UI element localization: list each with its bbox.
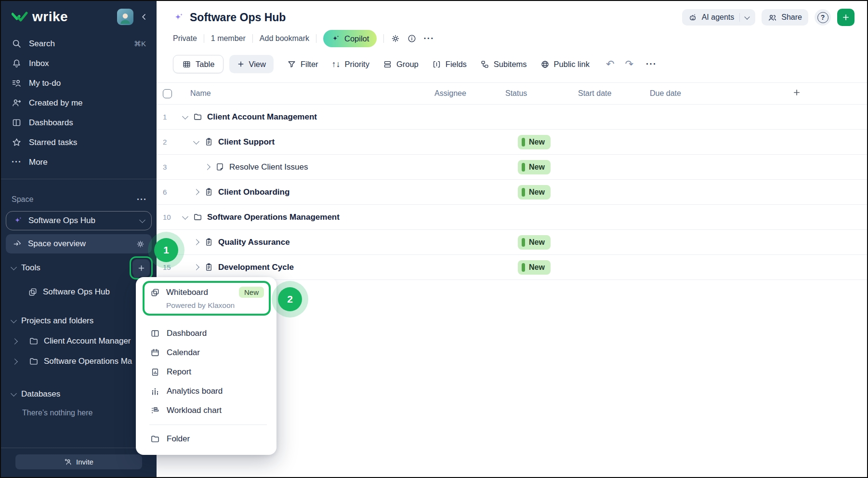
menu-item-dashboard[interactable]: Dashboard bbox=[136, 324, 276, 343]
chevron-down-icon bbox=[11, 264, 17, 270]
menu-item-analytics-board[interactable]: Analytics board bbox=[136, 382, 276, 401]
create-new-button[interactable] bbox=[837, 9, 855, 26]
menu-item-report[interactable]: Report bbox=[136, 362, 276, 382]
filter-button[interactable]: Filter bbox=[287, 60, 318, 69]
sidebar-item-starred-tasks[interactable]: Starred tasks bbox=[1, 133, 157, 152]
sidebar-collapse-button[interactable] bbox=[139, 12, 149, 22]
sort-arrows-icon: ↑↓ bbox=[332, 59, 341, 69]
sidebar-tool-software-ops-hub[interactable]: Software Ops Hub bbox=[1, 282, 157, 302]
task-table: Name Assignee Status Start date Due date… bbox=[157, 82, 867, 280]
page-title: Software Ops Hub bbox=[190, 11, 286, 24]
expand-toggle[interactable] bbox=[204, 165, 210, 169]
invite-button[interactable]: Invite bbox=[15, 454, 142, 469]
public-link-button[interactable]: Public link bbox=[540, 60, 590, 69]
app-window: wrike Search ⌘K Inbox My to-do bbox=[0, 0, 868, 478]
page-header: Software Ops Hub AI agents Share ? bbox=[157, 1, 867, 73]
more-options-icon[interactable]: ··· bbox=[423, 34, 434, 44]
chevron-right-icon bbox=[12, 338, 18, 345]
sidebar-item-my-todo[interactable]: My to-do bbox=[1, 73, 157, 93]
toolbar-more-icon[interactable]: ··· bbox=[646, 59, 657, 69]
expand-toggle[interactable] bbox=[182, 116, 188, 119]
share-button[interactable]: Share bbox=[762, 9, 808, 26]
status-badge[interactable]: New bbox=[518, 235, 551, 250]
tools-label: Tools bbox=[21, 263, 40, 273]
help-button[interactable]: ? bbox=[815, 9, 831, 26]
menu-item-calendar[interactable]: Calendar bbox=[136, 343, 276, 362]
sidebar-header: wrike bbox=[1, 1, 157, 30]
projects-section-row[interactable]: Projects and folders bbox=[1, 311, 157, 331]
tab-table-view[interactable]: Table bbox=[173, 55, 224, 73]
copilot-button[interactable]: Copilot bbox=[323, 30, 377, 47]
fields-button[interactable]: Fields bbox=[432, 60, 467, 69]
table-row[interactable]: 2 Client Support New bbox=[157, 130, 867, 155]
sidebar-item-inbox[interactable]: Inbox bbox=[1, 53, 157, 73]
add-column-button[interactable] bbox=[778, 88, 867, 99]
menu-item-whiteboard[interactable]: Whiteboard New Powered by Klaxoon bbox=[143, 281, 271, 316]
menu-item-workload-chart[interactable]: Workload chart bbox=[136, 401, 276, 420]
table-row[interactable]: 1 Client Account Management bbox=[157, 105, 867, 130]
sidebar-folder-software-operations[interactable]: Software Operations Ma bbox=[1, 352, 157, 371]
sidebar-item-search[interactable]: Search ⌘K bbox=[1, 34, 157, 53]
sidebar-item-dashboards[interactable]: Dashboards bbox=[1, 113, 157, 133]
subitems-button[interactable]: Subitems bbox=[480, 60, 527, 69]
expand-toggle[interactable] bbox=[193, 141, 199, 144]
sidebar-folder-client-account[interactable]: Client Account Manager bbox=[1, 332, 157, 351]
add-tool-button[interactable] bbox=[132, 259, 150, 277]
subitems-icon bbox=[480, 60, 489, 69]
question-mark-icon: ? bbox=[817, 12, 829, 23]
expand-toggle[interactable] bbox=[193, 240, 199, 244]
whiteboard-subtitle: Powered by Klaxoon bbox=[166, 301, 264, 310]
status-badge[interactable]: New bbox=[518, 135, 551, 149]
redo-button[interactable]: ↷ bbox=[625, 58, 634, 70]
sparkles-icon bbox=[173, 12, 184, 23]
expand-toggle[interactable] bbox=[182, 216, 188, 219]
chevron-down-icon[interactable] bbox=[745, 14, 750, 19]
space-selector[interactable]: Software Ops Hub bbox=[6, 211, 152, 230]
status-badge[interactable]: New bbox=[518, 160, 551, 174]
group-icon bbox=[383, 60, 392, 69]
priority-button[interactable]: ↑↓ Priority bbox=[332, 59, 369, 69]
space-menu-icon[interactable]: ··· bbox=[137, 195, 147, 205]
sidebar-item-space-overview[interactable]: Space overview bbox=[6, 234, 152, 253]
sidebar-nav: Search ⌘K Inbox My to-do Created by me D… bbox=[1, 30, 157, 172]
column-header-name[interactable]: Name bbox=[176, 89, 434, 98]
info-icon[interactable] bbox=[407, 34, 417, 43]
table-row[interactable]: 6 Client Onboarding New bbox=[157, 180, 867, 205]
report-icon bbox=[150, 367, 160, 377]
select-all-checkbox[interactable] bbox=[163, 89, 172, 98]
tools-section-row[interactable]: Tools bbox=[1, 258, 157, 278]
group-button[interactable]: Group bbox=[383, 60, 419, 69]
gear-icon[interactable] bbox=[391, 34, 400, 43]
dashboard-icon bbox=[12, 118, 22, 128]
space-label: Space bbox=[12, 195, 33, 204]
user-avatar[interactable] bbox=[117, 9, 133, 25]
chevron-right-icon bbox=[12, 358, 18, 365]
sidebar-item-more[interactable]: ··· More bbox=[1, 152, 157, 172]
table-row[interactable]: 15 Development Cycle New bbox=[157, 255, 867, 280]
column-header-assignee[interactable]: Assignee bbox=[434, 89, 505, 98]
column-header-start-date[interactable]: Start date bbox=[578, 89, 650, 98]
menu-item-folder[interactable]: Folder bbox=[136, 429, 276, 449]
annotation-step2-circle: 2 bbox=[278, 287, 302, 311]
table-row[interactable]: 10 Software Operations Management bbox=[157, 205, 867, 230]
table-row[interactable]: 3 Resolve Client Issues New bbox=[157, 155, 867, 180]
add-view-button[interactable]: View bbox=[229, 55, 273, 73]
annotation-highlight-box-whiteboard bbox=[143, 281, 271, 316]
status-badge[interactable]: New bbox=[518, 260, 551, 275]
undo-button[interactable]: ↶ bbox=[606, 58, 615, 70]
status-badge[interactable]: New bbox=[518, 185, 551, 199]
databases-section-row[interactable]: Databases bbox=[1, 385, 157, 404]
ai-agents-button[interactable]: AI agents bbox=[682, 9, 756, 26]
column-header-due-date[interactable]: Due date bbox=[650, 89, 778, 98]
column-header-status[interactable]: Status bbox=[505, 89, 578, 98]
table-row[interactable]: 11 Quality Assurance New bbox=[157, 230, 867, 255]
members-count[interactable]: 1 member bbox=[211, 34, 246, 43]
sidebar-item-created-by-me[interactable]: Created by me bbox=[1, 93, 157, 113]
add-bookmark-link[interactable]: Add bookmark bbox=[260, 34, 309, 43]
expand-toggle[interactable] bbox=[193, 265, 199, 269]
gear-icon[interactable] bbox=[136, 239, 145, 249]
wrike-logo[interactable]: wrike bbox=[12, 9, 68, 25]
expand-toggle[interactable] bbox=[193, 190, 199, 194]
person-arrow-icon bbox=[12, 98, 22, 108]
table-grid-icon bbox=[182, 60, 191, 69]
